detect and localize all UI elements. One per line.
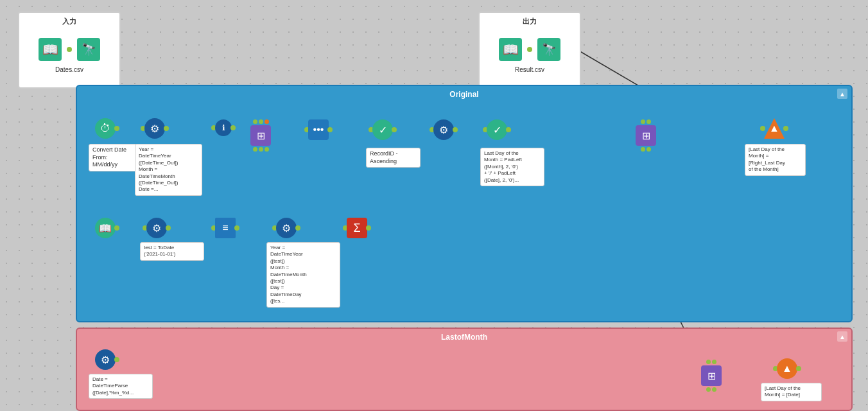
book-icon[interactable]: 📖 — [39, 38, 62, 61]
formula-bottom1-node[interactable]: ⚙ test = ToDate('2021-01-01') — [146, 218, 167, 238]
pink-container-title: LastofMonth — [441, 333, 487, 342]
node-connector-right — [164, 126, 169, 131]
pink-formula-icon: ⚙ — [95, 349, 116, 370]
canvas: 入力 📖 🔭 Dates.csv 出力 📖 🔭 Result.csv Origi… — [0, 0, 868, 411]
node-connector-right — [796, 366, 801, 371]
last-day-label1: Last Day of theMonth = PadLeft([Month], … — [480, 148, 544, 186]
multi-out-node[interactable]: ⊞ — [636, 119, 656, 152]
dots-icon: ••• — [308, 119, 329, 140]
pink-triangle-icon: ▲ — [777, 358, 797, 379]
formula1-label: Year =DateTimeYear([DateTime_Out])Month … — [135, 144, 202, 196]
node-connector-right — [230, 125, 236, 130]
select-bottom-node[interactable]: ≡ — [215, 218, 236, 238]
output-binocular-icon[interactable]: 🔭 — [537, 38, 560, 61]
input-box: 入力 📖 🔭 Dates.csv — [18, 12, 121, 89]
node-connector-right — [234, 225, 239, 231]
record-id-label: RecordID -Ascending — [366, 148, 421, 168]
node-connector-left — [760, 126, 765, 131]
last-day-result-label: [Last Day of theMonth] =[Right_Last Dayo… — [745, 144, 806, 176]
convert-date-icon: ⏱ — [95, 118, 116, 139]
node-connector-right — [114, 357, 119, 362]
output-box: 出力 📖 🔭 Result.csv — [478, 12, 581, 89]
convert-date-node[interactable]: ⏱ Convert DateFrom:MM/dd/yy — [95, 118, 116, 139]
node-connector-right — [453, 127, 458, 132]
node-connector-right — [166, 225, 171, 231]
check2-icon: ✓ — [487, 119, 507, 140]
input-icons: 📖 🔭 — [39, 38, 100, 61]
pink-formula-label: Date =DateTimeParse([Date],'%m_%d... — [89, 374, 153, 399]
pink-container: LastofMonth ▲ ⚙ Date =DateTimeParse([Dat… — [76, 328, 853, 411]
formula1-node[interactable]: ⚙ Year =DateTimeYear([DateTime_Out])Mont… — [144, 118, 165, 139]
sigma-icon: Σ — [347, 218, 367, 238]
output-icons: 📖 🔭 — [499, 38, 560, 61]
test-formula-label: test = ToDate('2021-01-01') — [140, 242, 204, 261]
node-connector-right — [295, 225, 300, 231]
blue-container-title: Original — [449, 90, 478, 99]
blue-container: Original ▲ ⏱ Convert DateFrom:MM/dd/yy ⚙… — [76, 85, 853, 322]
multi-connector-node[interactable]: ⊞ — [250, 119, 271, 152]
check1-icon: ✓ — [372, 119, 393, 140]
pink-triangle-node[interactable]: ▲ [Last Day of theMonth] = [Date] — [777, 358, 797, 379]
node-connector-right — [506, 127, 511, 132]
check1-node[interactable]: ✓ — [372, 119, 393, 140]
input-file-label: Dates.csv — [55, 66, 83, 73]
triangle-node1[interactable]: ▲ [Last Day of theMonth] =[Right_Last Da… — [764, 118, 785, 139]
input-bottom-node[interactable]: 📖 — [95, 218, 116, 238]
pink-container-collapse[interactable]: ▲ — [837, 331, 847, 342]
output-file-label: Result.csv — [515, 66, 544, 73]
output-book-icon[interactable]: 📖 — [499, 38, 522, 61]
node-connector-right — [783, 126, 788, 131]
blue-container-collapse[interactable]: ▲ — [837, 89, 847, 99]
node-connector-right — [327, 127, 333, 132]
formula-teal-node[interactable]: ⚙ — [433, 119, 454, 140]
formula-bottom2-node[interactable]: ⚙ Year =DateTimeYear([test])Month =DateT… — [276, 218, 297, 238]
output-title: 出力 — [523, 17, 537, 26]
formula-bottom2-icon: ⚙ — [276, 218, 297, 238]
pink-triangle-label: [Last Day of theMonth] = [Date] — [761, 383, 822, 401]
node-connector-right — [366, 225, 371, 231]
info-icon: ℹ — [215, 119, 232, 136]
formula-bottom2-label: Year =DateTimeYear([test])Month =DateTim… — [266, 242, 340, 308]
select-icon: ≡ — [215, 218, 236, 238]
output-connector-dot — [527, 47, 532, 52]
sigma-node[interactable]: Σ — [347, 218, 367, 238]
connector-dot — [67, 47, 72, 52]
info-node[interactable]: ℹ — [215, 119, 232, 136]
formula-bottom1-icon: ⚙ — [146, 218, 167, 238]
node-connector — [114, 126, 119, 131]
pink-formula-node[interactable]: ⚙ Date =DateTimeParse([Date],'%m_%d... — [95, 349, 116, 370]
formula-teal-icon: ⚙ — [433, 119, 454, 140]
node-connector-right — [114, 225, 119, 231]
binocular-icon[interactable]: 🔭 — [77, 38, 100, 61]
multi-out-icon: ⊞ — [636, 125, 656, 146]
pink-multi-icon: ⊞ — [701, 365, 722, 386]
input-title: 入力 — [62, 17, 76, 26]
dots-node[interactable]: ••• — [308, 119, 329, 140]
input-bottom-icon: 📖 — [95, 218, 116, 238]
union-icon: ⊞ — [250, 125, 271, 146]
triangle-icon1: ▲ — [764, 118, 785, 139]
pink-multi-node[interactable]: ⊞ — [701, 360, 722, 392]
node-connector-right — [392, 127, 397, 132]
formula1-icon: ⚙ — [144, 118, 165, 139]
check2-node[interactable]: ✓ — [487, 119, 507, 140]
